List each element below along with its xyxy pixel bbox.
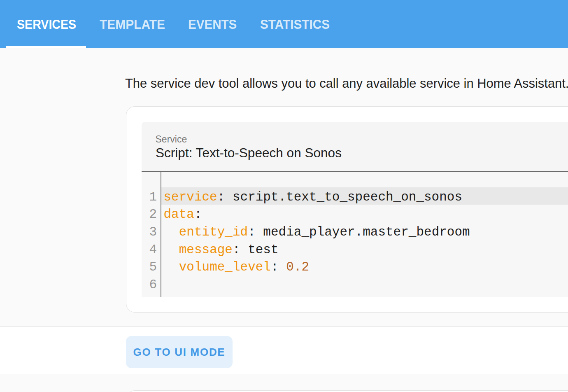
- go-to-ui-mode-button[interactable]: GO TO UI MODE: [126, 336, 233, 368]
- go-to-ui-mode-label: GO TO UI MODE: [133, 346, 226, 359]
- page-description: The service dev tool allows you to call …: [125, 77, 568, 90]
- active-tab-indicator: [6, 46, 86, 48]
- service-select-field[interactable]: Service Script: Text-to-Speech on Sonos: [142, 122, 568, 172]
- code-line: message: test: [161, 240, 568, 258]
- code-line: data:: [161, 205, 568, 222]
- bottom-action-bar: GO TO UI MODE: [0, 327, 568, 374]
- editor-code-lines: service: script.text_to_speech_on_sonosd…: [161, 187, 568, 293]
- line-number: 3: [142, 222, 157, 240]
- editor-line-numbers: 123456: [142, 187, 157, 293]
- code-line: [161, 275, 568, 293]
- line-number: 5: [142, 257, 157, 275]
- line-number: 4: [142, 240, 157, 258]
- tab-services-label: SERVICES: [17, 18, 76, 31]
- tab-template-label: TEMPLATE: [100, 18, 165, 31]
- tab-events-label: EVENTS: [188, 18, 237, 31]
- code-line: service: script.text_to_speech_on_sonos: [161, 187, 568, 205]
- editor-gutter: 123456: [142, 172, 161, 297]
- line-number: 2: [142, 205, 157, 222]
- service-call-card: Service Script: Text-to-Speech on Sonos …: [126, 106, 568, 313]
- line-number: 1: [142, 187, 157, 205]
- tab-statistics-label: STATISTICS: [260, 18, 330, 31]
- next-card-partial: [126, 390, 568, 392]
- service-select-value: Script: Text-to-Speech on Sonos: [156, 147, 342, 159]
- code-line: volume_level: 0.2: [161, 257, 568, 275]
- tab-bar: SERVICES TEMPLATE EVENTS STATISTICS: [0, 0, 568, 48]
- code-line: entity_id: media_player.master_bedroom: [161, 222, 568, 240]
- service-select-label: Service: [156, 135, 187, 144]
- yaml-editor[interactable]: 123456 service: script.text_to_speech_on…: [142, 172, 568, 297]
- line-number: 6: [142, 275, 157, 293]
